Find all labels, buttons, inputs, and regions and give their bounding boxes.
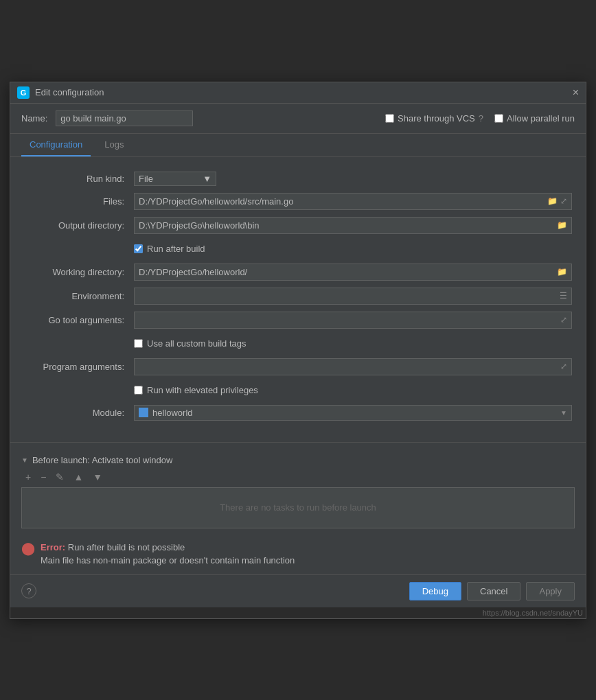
allow-parallel-group: Allow parallel run <box>494 113 575 124</box>
module-icon <box>139 408 148 417</box>
tab-configuration[interactable]: Configuration <box>21 134 91 156</box>
env-edit-icon[interactable]: ☰ <box>558 291 569 301</box>
apply-button[interactable]: Apply <box>526 582 575 600</box>
program-args-input[interactable] <box>137 360 559 373</box>
title-bar: G Edit configuration × <box>10 82 586 104</box>
folder-icon[interactable]: 📁 <box>546 196 559 206</box>
share-vcs-group: Share through VCS ? <box>385 113 483 124</box>
working-dir-input-wrap: 📁 <box>134 264 572 281</box>
program-args-input-wrap: ⤢ <box>134 358 572 375</box>
program-args-expand-icon[interactable]: ⤢ <box>559 362 569 371</box>
working-folder-icon[interactable]: 📁 <box>555 267 569 277</box>
expand-icon[interactable]: ⤢ <box>559 196 569 206</box>
share-help-icon[interactable]: ? <box>479 113 483 124</box>
app-icon: G <box>17 86 30 99</box>
run-kind-dropdown[interactable]: File ▼ <box>134 172 216 186</box>
run-after-build-row: Run after build <box>21 237 575 260</box>
files-row: Files: 📁 ⤢ <box>21 189 575 213</box>
custom-tags-label: Use all custom build tags <box>147 338 247 349</box>
share-vcs-label: Share through VCS <box>398 113 475 124</box>
files-label: Files: <box>21 189 131 213</box>
tabs-bar: Configuration Logs <box>10 134 586 157</box>
environment-label: Environment: <box>21 284 131 308</box>
elevated-group: Run with elevated privileges <box>134 382 572 398</box>
run-after-build-checkbox[interactable] <box>134 244 143 253</box>
run-after-build-label: Run after build <box>147 244 205 254</box>
module-arrow: ▼ <box>560 409 567 417</box>
program-args-label: Program arguments: <box>21 355 131 379</box>
name-input[interactable] <box>56 110 193 126</box>
tab-logs[interactable]: Logs <box>96 134 132 156</box>
module-label: Module: <box>21 401 131 424</box>
error-text: Error: Run after build is not possible M… <box>41 541 295 568</box>
help-button[interactable]: ? <box>21 583 36 598</box>
close-button[interactable]: × <box>573 87 579 98</box>
go-tool-expand-icon[interactable]: ⤢ <box>559 315 569 325</box>
files-input[interactable] <box>137 195 546 208</box>
move-down-button[interactable]: ▼ <box>89 469 106 485</box>
output-dir-input-wrap: 📁 <box>134 217 572 234</box>
header-row: Name: Share through VCS ? Allow parallel… <box>10 104 586 134</box>
before-launch-title: Before launch: Activate tool window <box>32 455 173 465</box>
cancel-button[interactable]: Cancel <box>467 582 520 600</box>
before-launch-header[interactable]: ▼ Before launch: Activate tool window <box>21 455 575 465</box>
output-dir-label: Output directory: <box>21 213 131 237</box>
go-tool-args-input[interactable] <box>137 314 559 327</box>
elevated-label: Run with elevated privileges <box>147 385 258 395</box>
module-row: Module: helloworld ▼ <box>21 401 575 424</box>
output-dir-row: Output directory: 📁 <box>21 213 575 237</box>
custom-tags-row: Use all custom build tags <box>21 332 575 355</box>
run-kind-value: File <box>139 174 153 184</box>
allow-parallel-checkbox[interactable] <box>494 114 503 123</box>
share-vcs-checkbox[interactable] <box>385 114 394 123</box>
module-dropdown[interactable]: helloworld ▼ <box>134 405 572 421</box>
error-icon: ⬤ <box>21 541 35 556</box>
collapse-icon: ▼ <box>21 456 28 464</box>
before-launch-section: ▼ Before launch: Activate tool window + … <box>21 455 575 528</box>
launch-empty-box: There are no tasks to run before launch <box>21 487 575 528</box>
form-content: Run kind: File ▼ Files: 📁 ⤢ <box>10 157 586 435</box>
watermark: https://blog.csdn.net/sndayYU <box>10 607 586 618</box>
custom-tags-group: Use all custom build tags <box>134 336 572 351</box>
edit-task-button[interactable]: ✎ <box>51 469 68 485</box>
custom-tags-checkbox[interactable] <box>134 339 143 348</box>
working-dir-label: Working directory: <box>21 260 131 284</box>
module-value: helloworld <box>152 408 193 418</box>
output-folder-icon[interactable]: 📁 <box>555 220 569 230</box>
go-tool-args-input-wrap: ⤢ <box>134 312 572 329</box>
elevated-row: Run with elevated privileges <box>21 379 575 401</box>
run-kind-arrow: ▼ <box>203 174 211 184</box>
working-dir-input[interactable] <box>137 266 555 279</box>
environment-row: Environment: ☰ <box>21 284 575 308</box>
go-tool-args-label: Go tool arguments: <box>21 308 131 332</box>
elevated-checkbox[interactable] <box>134 386 143 395</box>
dialog-title: Edit configuration <box>35 87 104 97</box>
debug-button[interactable]: Debug <box>409 582 461 600</box>
name-label: Name: <box>21 113 47 124</box>
allow-parallel-label: Allow parallel run <box>507 113 575 124</box>
environment-input[interactable] <box>137 290 558 303</box>
error-section: ⬤ Error: Run after build is not possible… <box>21 541 575 568</box>
run-kind-label: Run kind: <box>21 168 131 189</box>
add-task-button[interactable]: + <box>21 469 35 485</box>
environment-input-wrap: ☰ <box>134 288 572 305</box>
run-kind-row: Run kind: File ▼ <box>21 168 575 189</box>
output-dir-input[interactable] <box>137 219 555 232</box>
error-line1: Run after build is not possible <box>68 542 185 552</box>
go-tool-args-row: Go tool arguments: ⤢ <box>21 308 575 332</box>
run-after-build-group: Run after build <box>134 241 572 257</box>
program-args-row: Program arguments: ⤢ <box>21 355 575 379</box>
move-up-button[interactable]: ▲ <box>69 469 87 485</box>
bottom-bar: ? Debug Cancel Apply <box>10 574 586 607</box>
launch-empty-text: There are no tasks to run before launch <box>220 502 376 513</box>
files-input-wrap: 📁 ⤢ <box>134 193 572 210</box>
remove-task-button[interactable]: − <box>36 469 50 485</box>
working-dir-row: Working directory: 📁 <box>21 260 575 284</box>
error-title: Error: <box>41 542 65 552</box>
launch-toolbar: + − ✎ ▲ ▼ <box>21 469 575 485</box>
error-line2: Main file has non-main package or doesn'… <box>41 555 295 565</box>
